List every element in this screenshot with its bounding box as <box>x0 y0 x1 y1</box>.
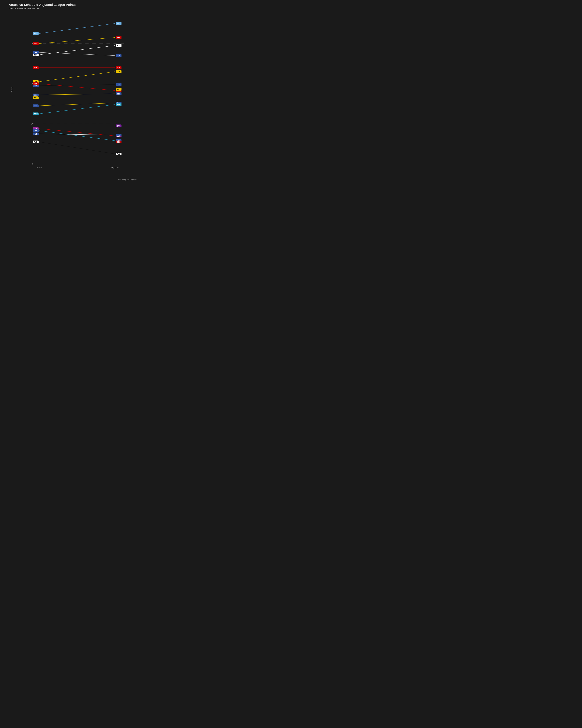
svg-text:HUD: HUD <box>34 133 37 135</box>
svg-text:LIV: LIV <box>117 37 120 38</box>
plot-area: Points 0102030MCILIVTOTCHEARSMUNEVEBOULE… <box>9 12 137 170</box>
svg-line-10 <box>39 46 115 55</box>
svg-text:BHA: BHA <box>34 105 37 107</box>
svg-text:ARS: ARS <box>34 67 37 69</box>
svg-text:ARS: ARS <box>117 67 120 69</box>
svg-text:Points: Points <box>10 87 13 93</box>
svg-text:WOL: WOL <box>34 97 37 99</box>
chart-svg: 0102030MCILIVTOTCHEARSMUNEVEBOULEIWOLBHA… <box>9 12 137 170</box>
svg-line-18 <box>39 105 115 114</box>
chart-subtitle: After 12 Premier League Matches <box>9 7 137 9</box>
svg-text:MCI: MCI <box>34 33 37 34</box>
svg-text:HUD: HUD <box>117 134 120 136</box>
svg-text:WHU: WHU <box>34 113 37 115</box>
chart-container: Actual vs Schedule-Adjusted League Point… <box>0 0 140 182</box>
svg-text:WHU: WHU <box>117 104 120 106</box>
svg-text:10: 10 <box>31 123 33 125</box>
svg-text:EVE: EVE <box>117 84 120 85</box>
svg-text:LEI: LEI <box>117 93 120 95</box>
svg-text:BOU: BOU <box>34 83 37 85</box>
svg-text:CHE: CHE <box>117 55 120 57</box>
chart-title: Actual vs Schedule-Adjusted League Point… <box>9 3 137 7</box>
svg-text:MUN: MUN <box>117 71 120 73</box>
svg-text:WAT: WAT <box>117 88 120 90</box>
svg-text:LEI: LEI <box>34 94 37 96</box>
svg-text:LIV: LIV <box>34 43 37 45</box>
svg-text:CAR: CAR <box>34 130 37 132</box>
svg-text:TOT: TOT <box>117 45 120 47</box>
svg-line-11 <box>39 52 115 56</box>
credit-text: Created by @cchappas <box>117 178 137 181</box>
svg-text:SOU: SOU <box>117 141 120 143</box>
svg-text:CRY: CRY <box>117 125 120 127</box>
svg-text:0: 0 <box>32 163 33 165</box>
svg-text:EVE: EVE <box>34 85 37 87</box>
svg-line-9 <box>39 37 115 44</box>
svg-line-21 <box>39 134 115 135</box>
svg-text:Actual: Actual <box>36 166 42 169</box>
svg-text:FUL: FUL <box>34 141 37 143</box>
svg-text:TOT: TOT <box>34 54 37 56</box>
svg-line-17 <box>39 103 115 106</box>
svg-text:MCI: MCI <box>117 23 120 24</box>
svg-line-16 <box>39 94 115 95</box>
svg-line-22 <box>39 142 115 154</box>
svg-line-13 <box>39 72 115 82</box>
svg-text:Adjusted: Adjusted <box>111 166 119 169</box>
svg-text:FUL: FUL <box>117 153 120 155</box>
svg-text:CHE: CHE <box>34 52 37 53</box>
svg-line-8 <box>39 23 115 33</box>
